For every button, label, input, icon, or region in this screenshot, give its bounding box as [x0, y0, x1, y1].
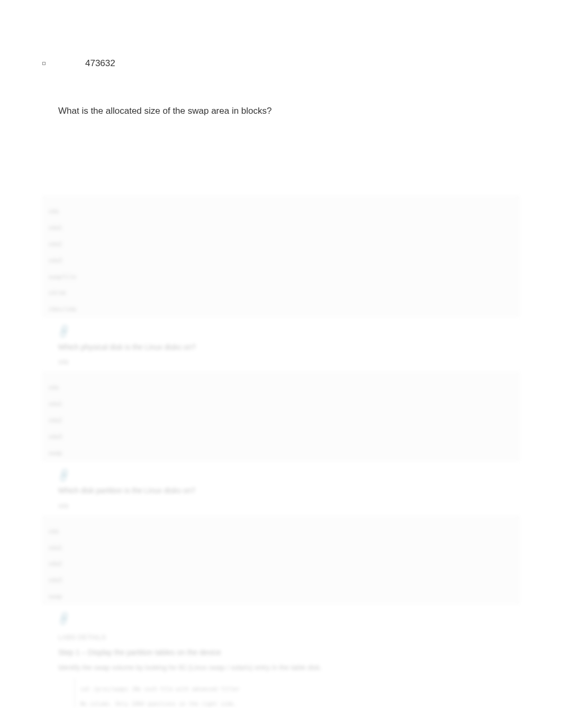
answer-3: sda — [58, 502, 520, 511]
question-2: Which physical disk is the Linux disks o… — [58, 342, 520, 353]
command-block: cat /proc/swaps (No such file with advan… — [74, 678, 520, 708]
code-block-2: sda sda1 sda2 sda3 swap — [42, 372, 520, 461]
code-block-1: sda sda1 sda2 sda3 swapfile cdrom /dev/s… — [42, 196, 520, 317]
answer-value: 473632 — [85, 58, 115, 69]
faded-region: sda sda1 sda2 sda3 swapfile cdrom /dev/s… — [42, 196, 520, 708]
question-3: Which disk partition is the Linux disks … — [58, 486, 520, 496]
step-text: Identify the swap volume by looking for … — [58, 663, 520, 672]
link-icon: 🔗 — [56, 468, 70, 484]
step-heading: Step 1 – Display the partition tables on… — [58, 648, 520, 658]
bullet-icon — [42, 62, 46, 65]
link-icon: 🔗 — [56, 612, 70, 628]
link-icon: 🔗 — [56, 324, 70, 341]
question-text: What is the allocated size of the swap a… — [58, 106, 520, 116]
code-block-3: sda sda1 sda2 sda3 swap — [42, 516, 520, 605]
answer-2: sda — [58, 358, 520, 367]
labs-heading: LABS DETAILS — [58, 633, 520, 642]
answer-row: 473632 — [42, 58, 520, 69]
